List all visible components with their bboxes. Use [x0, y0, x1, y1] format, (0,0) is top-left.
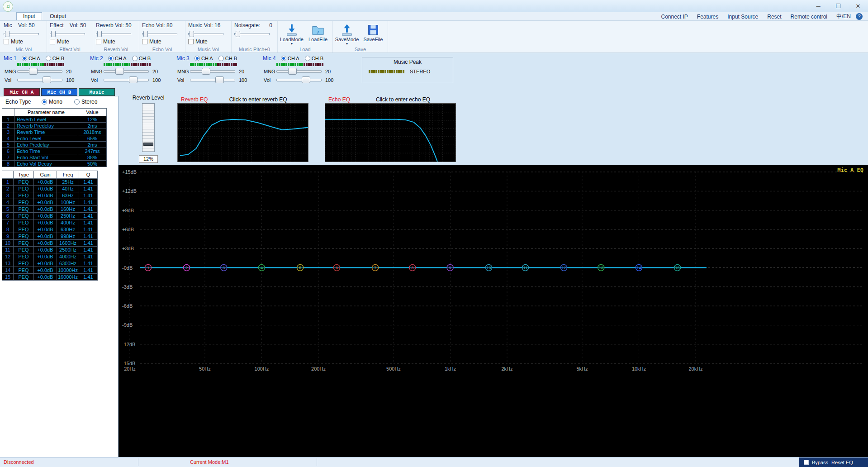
eq-marker-11[interactable]: 11 [522, 265, 528, 271]
eq-marker-12[interactable]: 12 [561, 265, 567, 271]
channel-button-mic-ch-b[interactable]: Mic CH B [41, 88, 77, 96]
eq-marker-9[interactable]: 9 [447, 265, 453, 271]
main-eq-graph[interactable]: +15dB+12dB+9dB+6dB+3dB-0dB-3dB-6dB-9dB-1… [119, 165, 868, 457]
table-row[interactable]: 5Echo Predelay2ms [2, 142, 107, 148]
slider-thumb[interactable] [129, 76, 138, 83]
mic-2-mng-slider[interactable] [104, 68, 149, 75]
eq-marker-14[interactable]: 14 [636, 265, 642, 271]
menu-item-features[interactable]: Features [697, 14, 718, 20]
music-vol-mute-checkbox[interactable]: Mute [188, 38, 228, 45]
mic-4-vol-slider[interactable] [276, 76, 322, 83]
mic-3-vol-slider[interactable] [190, 76, 235, 83]
mic-1-ch-a-radio[interactable]: CH A [22, 56, 40, 61]
menu-item-remote-control[interactable]: Remote control [791, 14, 827, 20]
table-row[interactable]: 10PEQ+0.0dB1600Hz1.41 [2, 240, 98, 247]
table-row[interactable]: 6Echo Time247ms [2, 148, 107, 154]
table-row[interactable]: 7Echo Start Vol88% [2, 154, 107, 161]
minimize-button[interactable]: ─ [808, 0, 828, 12]
close-button[interactable]: ✕ [848, 0, 868, 12]
slider-thumb[interactable] [51, 31, 56, 37]
mic-vol-slider[interactable] [4, 31, 39, 37]
mic-4-mng-slider[interactable] [276, 68, 322, 75]
table-row[interactable]: 15PEQ+0.0dB16000Hz1.41 [2, 274, 98, 281]
reset-eq-button[interactable]: Reset EQ [831, 460, 853, 465]
mic-1-ch-b-radio[interactable]: CH B [46, 56, 64, 61]
table-row[interactable]: 12PEQ+0.0dB4000Hz1.41 [2, 253, 98, 260]
slider-thumb[interactable] [202, 68, 210, 75]
table-row[interactable]: 2PEQ+0.0dB40Hz1.41 [2, 186, 98, 192]
table-row[interactable]: 1PEQ+0.0dB25Hz1.41 [2, 179, 98, 186]
effect-vol-mute-checkbox[interactable]: Mute [50, 38, 90, 45]
table-row[interactable]: 11PEQ+0.0dB2500Hz1.41 [2, 247, 98, 253]
table-row[interactable]: 4PEQ+0.0dB100Hz1.41 [2, 199, 98, 206]
menu-item-en[interactable]: 中/EN [836, 13, 851, 20]
slider-thumb[interactable] [215, 76, 224, 83]
reverb-level-slider[interactable] [142, 103, 155, 152]
eq-marker-1[interactable]: 1 [145, 265, 151, 271]
mic-2-vol-slider[interactable] [104, 76, 149, 83]
echo-type-stereo-radio[interactable]: Stereo [74, 99, 97, 105]
main-eq-panel[interactable]: +15dB+12dB+9dB+6dB+3dB-0dB-3dB-6dB-9dB-1… [119, 165, 868, 457]
table-row[interactable]: 1Reverb Level12% [2, 116, 107, 123]
mic-1-vol-slider[interactable] [17, 76, 62, 83]
mic-3-mng-slider[interactable] [190, 68, 235, 75]
table-row[interactable]: 5PEQ+0.0dB160Hz1.41 [2, 206, 98, 213]
slider-thumb[interactable] [302, 76, 310, 83]
slider-thumb[interactable] [143, 31, 148, 37]
mic-vol-mute-checkbox[interactable]: Mute [4, 38, 44, 45]
channel-button-mic-ch-a[interactable]: Mic CH A [4, 88, 40, 96]
save-mode-button[interactable]: SaveMode ▾ [336, 23, 358, 45]
slider-thumb[interactable] [5, 31, 9, 37]
tab-input[interactable]: Input [16, 12, 42, 20]
table-row[interactable]: 4Echo Level65% [2, 135, 107, 142]
tab-output[interactable]: Output [43, 13, 72, 21]
menu-item-connect-ip[interactable]: Connect IP [661, 14, 688, 20]
mic-3-ch-b-radio[interactable]: CH B [218, 56, 237, 61]
mic-2-ch-a-radio[interactable]: CH A [108, 56, 127, 61]
echo-eq-graph[interactable] [325, 103, 456, 162]
music-vol-slider[interactable] [188, 31, 223, 37]
slider-thumb[interactable] [143, 143, 153, 146]
table-row[interactable]: 9PEQ+0.0dB998Hz1.41 [2, 233, 98, 240]
echo-vol-slider[interactable] [142, 31, 177, 37]
slider-thumb[interactable] [29, 68, 38, 75]
slider-thumb[interactable] [97, 31, 102, 37]
reverb-eq-graph[interactable] [177, 103, 308, 162]
table-row[interactable]: 3Reverb Time2818ms [2, 129, 107, 135]
channel-button-music[interactable]: Music [79, 88, 115, 96]
mic-4-ch-b-radio[interactable]: CH B [305, 56, 323, 61]
echo-vol-mute-checkbox[interactable]: Mute [142, 38, 182, 45]
table-row[interactable]: 8PEQ+0.0dB630Hz1.41 [2, 226, 98, 233]
echo-type-mono-radio[interactable]: Mono [42, 99, 62, 105]
table-row[interactable]: 8Echo Vol Decay50% [2, 161, 107, 167]
eq-marker-13[interactable]: 13 [598, 265, 604, 271]
bypass-checkbox[interactable] [804, 460, 809, 465]
maximize-button[interactable]: ☐ [828, 0, 848, 12]
eq-marker-7[interactable]: 7 [372, 265, 379, 271]
table-row[interactable]: 6PEQ+0.0dB250Hz1.41 [2, 213, 98, 219]
eq-marker-8[interactable]: 8 [409, 265, 416, 271]
reverb-vol-slider[interactable] [96, 31, 131, 37]
slider-thumb[interactable] [236, 31, 240, 37]
slider-thumb[interactable] [115, 68, 124, 75]
effect-vol-slider[interactable] [50, 31, 85, 37]
music-pitch-0-slider[interactable] [234, 31, 270, 37]
eq-marker-3[interactable]: 3 [221, 265, 227, 271]
title-bar[interactable]: ♫ ─ ☐ ✕ [0, 0, 868, 12]
mic-1-mng-slider[interactable] [17, 68, 62, 75]
save-file-button[interactable]: SaveFile [362, 23, 384, 45]
table-row[interactable]: 2Reverb Predelay2ms [2, 123, 107, 129]
mic-4-ch-a-radio[interactable]: CH A [281, 56, 299, 61]
eq-marker-4[interactable]: 4 [258, 265, 265, 271]
slider-thumb[interactable] [43, 76, 51, 83]
eq-marker-2[interactable]: 2 [184, 265, 190, 271]
table-row[interactable]: 3PEQ+0.0dB63Hz1.41 [2, 192, 98, 199]
eq-marker-15[interactable]: 15 [674, 265, 681, 271]
menu-item-reset[interactable]: Reset [767, 14, 781, 20]
table-row[interactable]: 7PEQ+0.0dB400Hz1.41 [2, 219, 98, 226]
table-row[interactable]: 13PEQ+0.0dB6300Hz1.41 [2, 260, 98, 267]
load-file-button[interactable]: ♪ LoadFile [307, 23, 329, 45]
menu-item-input-source[interactable]: Input Source [727, 14, 758, 20]
mic-2-ch-b-radio[interactable]: CH B [132, 56, 151, 61]
reverb-vol-mute-checkbox[interactable]: Mute [96, 38, 136, 45]
